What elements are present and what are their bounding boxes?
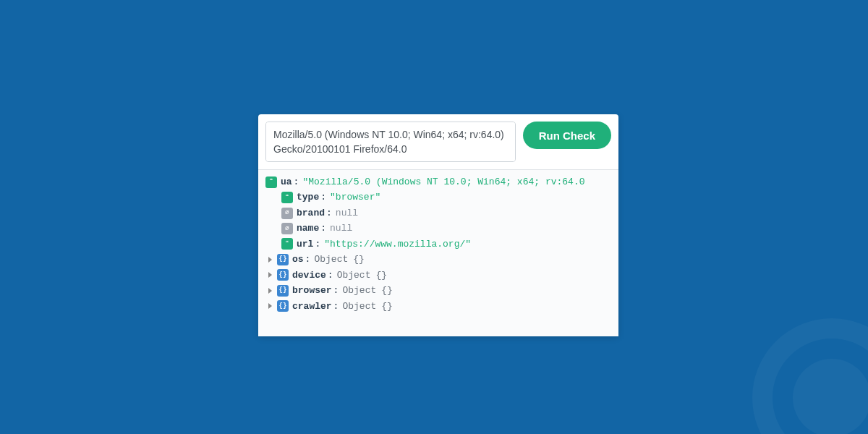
- result-row-browser[interactable]: {} browser: Object {}: [265, 283, 618, 298]
- value-string: "https://www.mozilla.org/": [324, 237, 471, 252]
- chevron-right-icon[interactable]: [268, 272, 272, 278]
- chevron-right-icon[interactable]: [268, 257, 272, 263]
- result-row-brand[interactable]: ∅ brand: null: [265, 205, 618, 221]
- key-label: name: [297, 221, 319, 236]
- object-type-icon: {}: [277, 269, 289, 281]
- value-type: Object: [314, 252, 348, 267]
- input-row: Run Check: [258, 114, 618, 169]
- value-braces: {}: [381, 299, 393, 314]
- key-label: device: [292, 268, 326, 283]
- value-type: Object: [342, 299, 376, 314]
- value-string: "Mozilla/5.0 (Windows NT 10.0; Win64; x6…: [302, 174, 584, 190]
- run-check-button[interactable]: Run Check: [523, 122, 611, 149]
- value-string: "browser": [330, 190, 380, 205]
- object-type-icon: {}: [277, 285, 289, 297]
- string-type-icon: ❝: [281, 192, 293, 203]
- string-type-icon: ❝: [265, 176, 277, 188]
- ua-check-widget: Run Check ❝ ua: "Mozilla/5.0 (Windows NT…: [258, 114, 618, 336]
- key-label: ua: [281, 174, 292, 190]
- string-type-icon: ❝: [281, 238, 293, 250]
- chevron-right-icon[interactable]: [268, 288, 272, 294]
- result-row-type[interactable]: ❝ type: "browser": [265, 190, 618, 205]
- object-type-icon: {}: [277, 300, 289, 312]
- value-type: Object: [337, 268, 371, 283]
- key-label: brand: [297, 205, 325, 221]
- key-label: os: [292, 252, 304, 267]
- chevron-right-icon[interactable]: [268, 303, 272, 309]
- result-row-url[interactable]: ❝ url: "https://www.mozilla.org/": [265, 237, 618, 252]
- result-row-ua[interactable]: ❝ ua: "Mozilla/5.0 (Windows NT 10.0; Win…: [265, 174, 618, 190]
- result-panel: ❝ ua: "Mozilla/5.0 (Windows NT 10.0; Win…: [258, 169, 618, 336]
- result-row-device[interactable]: {} device: Object {}: [265, 268, 618, 283]
- user-agent-input[interactable]: [265, 122, 516, 162]
- value-null: null: [336, 205, 358, 221]
- value-braces: {}: [375, 268, 387, 283]
- result-scroll-area[interactable]: ❝ ua: "Mozilla/5.0 (Windows NT 10.0; Win…: [258, 174, 618, 336]
- value-braces: {}: [381, 283, 393, 298]
- value-braces: {}: [353, 252, 365, 267]
- key-label: url: [297, 237, 313, 252]
- null-type-icon: ∅: [281, 208, 293, 219]
- result-row-os[interactable]: {} os: Object {}: [265, 252, 618, 267]
- result-row-name[interactable]: ∅ name: null: [265, 221, 618, 236]
- result-row-crawler[interactable]: {} crawler: Object {}: [265, 299, 618, 314]
- value-null: null: [330, 221, 352, 236]
- decorative-target-icon: [752, 318, 868, 434]
- object-type-icon: {}: [277, 254, 289, 265]
- null-type-icon: ∅: [281, 223, 293, 234]
- value-type: Object: [342, 283, 376, 298]
- key-label: crawler: [292, 299, 332, 314]
- key-label: browser: [292, 283, 332, 298]
- key-label: type: [297, 190, 319, 205]
